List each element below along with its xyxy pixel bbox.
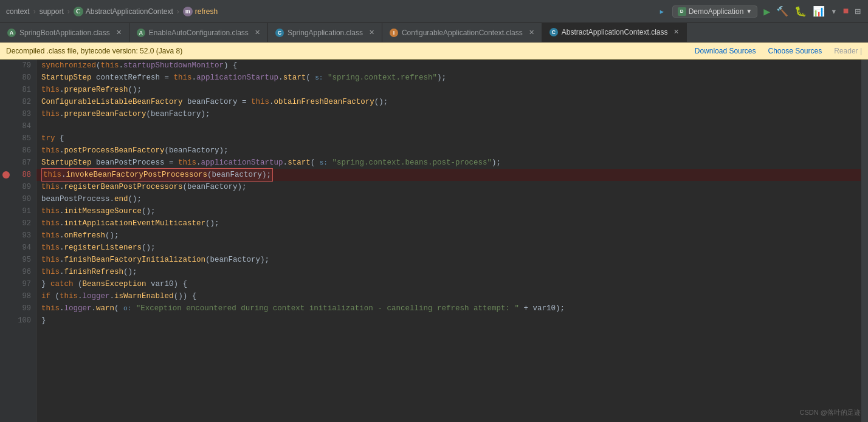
tab-abstract-application-context[interactable]: C AbstractApplicationContext.class ✕ (542, 23, 687, 42)
line-number-92: 92 (0, 217, 36, 230)
line-number-88: 88 (0, 169, 36, 181)
tabs-bar: A SpringBootApplication.class ✕ A Enable… (0, 23, 868, 43)
info-bar-actions: Download Sources Choose Sources Reader | (695, 47, 862, 55)
tab-label-4: AbstractApplicationContext.class (562, 28, 668, 36)
debug-icon[interactable]: 🐛 (793, 4, 808, 19)
line-number-85: 85 (0, 132, 36, 145)
watermark: CSDN @落叶的足迹 (800, 408, 861, 417)
line-number-94: 94 (0, 242, 36, 254)
breadcrumb-context[interactable]: context (6, 7, 30, 16)
code-line-85: try { (36, 132, 861, 145)
tab-spring-boot-application[interactable]: A SpringBootApplication.class ✕ (0, 23, 129, 42)
tab-icon-1: A (137, 29, 145, 37)
tab-configurable-application-context[interactable]: I ConfigurableApplicationContext.class ✕ (382, 23, 542, 42)
code-line-95: this.finishBeanFactoryInitialization(bea… (36, 254, 861, 266)
nav-bar: context › support › C AbstractApplicatio… (0, 0, 868, 23)
line-number-84: 84 (0, 120, 36, 132)
run-config-icon: D (678, 7, 686, 16)
code-line-93: this.onRefresh(); (36, 230, 861, 242)
code-line-94: this.registerListeners(); (36, 242, 861, 254)
code-line-98: if (this.logger.isWarnEnabled()) { (36, 290, 861, 302)
code-line-100: } (36, 315, 861, 327)
tab-icon-0: A (7, 29, 16, 37)
vertical-scrollbar[interactable] (861, 60, 868, 422)
line-number-100: 100 (0, 315, 36, 327)
line-number-87: 87 (0, 157, 36, 169)
breadcrumb-sep1: › (33, 7, 36, 16)
toolbar-icons: ▶ 🔨 🐛 📊 ▾ ■ ⊞ (762, 4, 862, 19)
build-icon[interactable]: 🔨 (775, 4, 790, 19)
tab-label-0: SpringBootApplication.class (19, 29, 110, 37)
line-number-81: 81 (0, 84, 36, 96)
code-line-99: this.logger.warn( o: "Exception encounte… (36, 302, 861, 315)
info-bar-text: Decompiled .class file, bytecode version… (6, 47, 182, 55)
layout-icon[interactable]: ⊞ (853, 4, 862, 19)
breadcrumb-sep2: › (67, 7, 70, 16)
code-line-97: } catch (BeansException var10) { (36, 278, 861, 290)
line-number-86: 86 (0, 145, 36, 157)
info-bar: Decompiled .class file, bytecode version… (0, 43, 868, 60)
line-number-99: 99 (0, 302, 36, 315)
coverage-icon[interactable]: 📊 (811, 4, 826, 19)
breadcrumb-class-icon: C (74, 7, 83, 16)
tab-label-1: EnableAutoConfiguration.class (149, 29, 249, 37)
line-number-82: 82 (0, 96, 36, 108)
breadcrumb-class-name[interactable]: AbstractApplicationContext (86, 7, 173, 16)
line-number-79: 79 (0, 60, 36, 72)
reader-mode-text: Reader | (834, 47, 862, 55)
line-number-98: 98 (0, 290, 36, 302)
code-line-90: beanPostProcess.end(); (36, 193, 861, 205)
code-line-92: this.initApplicationEventMulticaster(); (36, 217, 861, 230)
tab-label-3: ConfigurableApplicationContext.class (402, 29, 523, 37)
breadcrumb-sep3: › (177, 7, 179, 16)
tab-close-4[interactable]: ✕ (673, 28, 679, 36)
line-number-80: 80 (0, 72, 36, 84)
tab-enable-auto-configuration[interactable]: A EnableAutoConfiguration.class ✕ (129, 23, 268, 42)
line-number-95: 95 (0, 254, 36, 266)
tab-icon-4: C (549, 28, 558, 36)
code-line-91: this.initMessageSource(); (36, 205, 861, 217)
run-config-dropdown-icon[interactable]: ▼ (746, 8, 752, 15)
line-number-93: 93 (0, 230, 36, 242)
more-icon[interactable]: ▾ (830, 4, 838, 19)
stop-button[interactable]: ■ (842, 5, 850, 18)
tab-close-1[interactable]: ✕ (255, 29, 260, 36)
code-line-89: this.registerBeanPostProcessors(beanFact… (36, 181, 861, 193)
tab-close-3[interactable]: ✕ (529, 29, 534, 36)
run-config[interactable]: D DemoApplication ▼ (672, 5, 758, 18)
breadcrumb: context › support › C AbstractApplicatio… (6, 7, 218, 16)
code-line-81: this.prepareRefresh(); (36, 84, 861, 96)
nav-right: ▸ D DemoApplication ▼ ▶ 🔨 🐛 📊 ▾ ■ ⊞ (656, 3, 862, 20)
line-number-89: 89 (0, 181, 36, 193)
back-icon[interactable]: ▸ (656, 3, 667, 20)
run-config-name: DemoApplication (689, 7, 744, 16)
highlighted-code: this.invokeBeanFactoryPostProcessors(bea… (41, 168, 273, 182)
breadcrumb-support[interactable]: support (40, 7, 64, 16)
line-number-96: 96 (0, 266, 36, 278)
breadcrumb-method-name[interactable]: refresh (195, 7, 218, 16)
code-line-88: this.invokeBeanFactoryPostProcessors(bea… (36, 169, 861, 181)
breadcrumb-method-icon: m (183, 7, 193, 16)
line-number-91: 91 (0, 205, 36, 217)
run-button[interactable]: ▶ (762, 4, 771, 19)
tab-label-2: SpringApplication.class (288, 29, 363, 37)
line-number-gutter: 7980818283848586878889909192939495969798… (0, 60, 36, 422)
line-number-90: 90 (0, 193, 36, 205)
code-line-79: synchronized(this.startupShutdownMonitor… (36, 60, 861, 72)
breakpoint-dot (2, 171, 10, 179)
code-line-80: StartupStep contextRefresh = this.applic… (36, 72, 861, 84)
code-line-83: this.prepareBeanFactory(beanFactory); (36, 108, 861, 120)
code-line-96: this.finishRefresh(); (36, 266, 861, 278)
choose-sources-link[interactable]: Choose Sources (768, 47, 822, 55)
code-line-87: StartupStep beanPostProcess = this.appli… (36, 157, 861, 169)
tab-spring-application[interactable]: C SpringApplication.class ✕ (268, 23, 382, 42)
code-line-84 (36, 120, 861, 132)
tab-close-0[interactable]: ✕ (116, 29, 122, 36)
tab-icon-2: C (275, 29, 284, 37)
code-area: 7980818283848586878889909192939495969798… (0, 60, 868, 422)
code-content: synchronized(this.startupShutdownMonitor… (36, 60, 861, 422)
tab-close-2[interactable]: ✕ (369, 29, 374, 36)
code-line-82: ConfigurableListableBeanFactory beanFact… (36, 96, 861, 108)
download-sources-link[interactable]: Download Sources (695, 47, 756, 55)
tab-icon-3: I (390, 29, 398, 37)
